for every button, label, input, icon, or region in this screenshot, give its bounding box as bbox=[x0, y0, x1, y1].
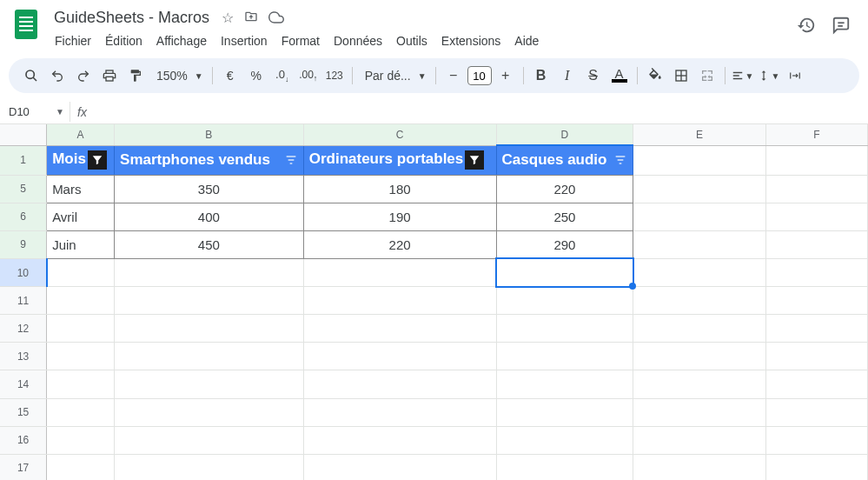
cell[interactable] bbox=[115, 454, 304, 480]
menu-edition[interactable]: Édition bbox=[99, 30, 149, 51]
cell[interactable]: 250 bbox=[496, 203, 633, 230]
cell[interactable] bbox=[633, 203, 766, 230]
cell[interactable] bbox=[47, 426, 115, 454]
cell[interactable] bbox=[115, 370, 304, 398]
cell[interactable] bbox=[115, 287, 304, 315]
cell[interactable] bbox=[47, 258, 115, 286]
cell[interactable] bbox=[303, 258, 496, 286]
cell[interactable] bbox=[765, 175, 867, 203]
cell[interactable] bbox=[765, 370, 867, 398]
cell[interactable] bbox=[496, 343, 633, 370]
cell[interactable] bbox=[633, 287, 766, 315]
menu-affichage[interactable]: Affichage bbox=[150, 30, 213, 51]
print-icon[interactable] bbox=[97, 63, 122, 88]
cell[interactable] bbox=[47, 370, 115, 398]
cell[interactable] bbox=[496, 454, 633, 480]
cell[interactable] bbox=[303, 287, 496, 315]
sheets-logo[interactable] bbox=[9, 7, 43, 42]
cell[interactable] bbox=[633, 230, 766, 258]
name-box[interactable]: D10 ▼ bbox=[0, 105, 70, 118]
row-header-1[interactable]: 1 bbox=[0, 145, 47, 175]
valign-button[interactable]: ▼ bbox=[757, 63, 781, 88]
cell[interactable] bbox=[765, 287, 867, 315]
document-title[interactable]: GuideSheets - Macros bbox=[49, 7, 215, 29]
cell[interactable]: 350 bbox=[115, 175, 304, 203]
cell[interactable]: 220 bbox=[303, 230, 496, 258]
star-icon[interactable]: ☆ bbox=[222, 10, 234, 26]
cell[interactable] bbox=[765, 426, 867, 454]
cell[interactable] bbox=[633, 398, 766, 426]
menu-format[interactable]: Format bbox=[275, 30, 326, 51]
cell[interactable] bbox=[47, 454, 115, 480]
cell[interactable]: Avril bbox=[47, 203, 115, 230]
col-header-B[interactable]: B bbox=[115, 124, 304, 145]
menu-outils[interactable]: Outils bbox=[390, 30, 434, 51]
cell[interactable] bbox=[633, 426, 766, 454]
cell[interactable] bbox=[765, 203, 867, 230]
cell[interactable] bbox=[115, 398, 304, 426]
cell[interactable] bbox=[115, 343, 304, 370]
cell[interactable] bbox=[115, 426, 304, 454]
text-color-button[interactable]: A bbox=[607, 69, 632, 83]
cell[interactable] bbox=[765, 454, 867, 480]
wrap-button[interactable] bbox=[783, 63, 807, 88]
cell[interactable] bbox=[765, 230, 867, 258]
cell[interactable] bbox=[496, 287, 633, 315]
cell[interactable] bbox=[633, 145, 766, 175]
cell[interactable]: Mars bbox=[47, 175, 115, 203]
borders-button[interactable] bbox=[669, 63, 693, 88]
bold-button[interactable]: B bbox=[529, 63, 553, 88]
cell[interactable] bbox=[765, 258, 867, 286]
cell[interactable] bbox=[633, 258, 766, 286]
cell[interactable]: 400 bbox=[115, 203, 304, 230]
col-header-F[interactable]: F bbox=[765, 124, 867, 145]
menu-insertion[interactable]: Insertion bbox=[215, 30, 274, 51]
cell[interactable]: 220 bbox=[496, 175, 633, 203]
cell[interactable] bbox=[765, 398, 867, 426]
menu-fichier[interactable]: Fichier bbox=[49, 30, 97, 51]
row-header-14[interactable]: 14 bbox=[0, 370, 47, 398]
font-selector[interactable]: Par dé... ▼ bbox=[358, 69, 430, 83]
row-header-6[interactable]: 6 bbox=[0, 203, 47, 230]
active-cell[interactable] bbox=[496, 258, 633, 286]
cell[interactable] bbox=[765, 315, 867, 343]
menu-donnees[interactable]: Données bbox=[328, 30, 388, 51]
cell[interactable] bbox=[303, 426, 496, 454]
redo-icon[interactable] bbox=[71, 63, 96, 88]
cell[interactable] bbox=[633, 454, 766, 480]
number-format-button[interactable]: 123 bbox=[322, 63, 347, 88]
cell[interactable] bbox=[47, 287, 115, 315]
cell[interactable] bbox=[633, 370, 766, 398]
spreadsheet-grid[interactable]: A B C D E F 1 Mois Smartphones vendus Or… bbox=[0, 124, 868, 480]
cell[interactable] bbox=[303, 398, 496, 426]
row-header-16[interactable]: 16 bbox=[0, 426, 47, 454]
cell[interactable] bbox=[303, 370, 496, 398]
cell[interactable] bbox=[496, 370, 633, 398]
menu-extensions[interactable]: Extensions bbox=[435, 30, 507, 51]
col-header-D[interactable]: D bbox=[496, 124, 633, 145]
cell[interactable]: 190 bbox=[303, 203, 496, 230]
decrease-decimal-button[interactable]: .0↓ bbox=[270, 63, 295, 88]
undo-icon[interactable] bbox=[45, 63, 70, 88]
comment-icon[interactable] bbox=[832, 16, 851, 35]
cell[interactable] bbox=[303, 315, 496, 343]
currency-format-button[interactable]: € bbox=[218, 63, 242, 88]
menu-aide[interactable]: Aide bbox=[508, 30, 545, 51]
filter-icon[interactable] bbox=[613, 153, 627, 167]
align-button[interactable]: ▼ bbox=[731, 63, 755, 88]
filter-active-icon[interactable] bbox=[88, 150, 107, 170]
cell[interactable]: 450 bbox=[115, 230, 304, 258]
cell[interactable] bbox=[765, 343, 867, 370]
percent-format-button[interactable]: % bbox=[244, 63, 268, 88]
row-header-9[interactable]: 9 bbox=[0, 230, 47, 258]
header-cell[interactable]: Mois bbox=[47, 145, 115, 175]
col-header-C[interactable]: C bbox=[303, 124, 496, 145]
row-header-11[interactable]: 11 bbox=[0, 287, 47, 315]
row-header-10[interactable]: 10 bbox=[0, 258, 47, 286]
col-header-E[interactable]: E bbox=[633, 124, 766, 145]
cell[interactable] bbox=[47, 343, 115, 370]
decrease-font-button[interactable]: − bbox=[441, 63, 466, 88]
history-icon[interactable] bbox=[797, 16, 816, 35]
select-all-corner[interactable] bbox=[0, 124, 47, 145]
cell[interactable]: 290 bbox=[496, 230, 633, 258]
